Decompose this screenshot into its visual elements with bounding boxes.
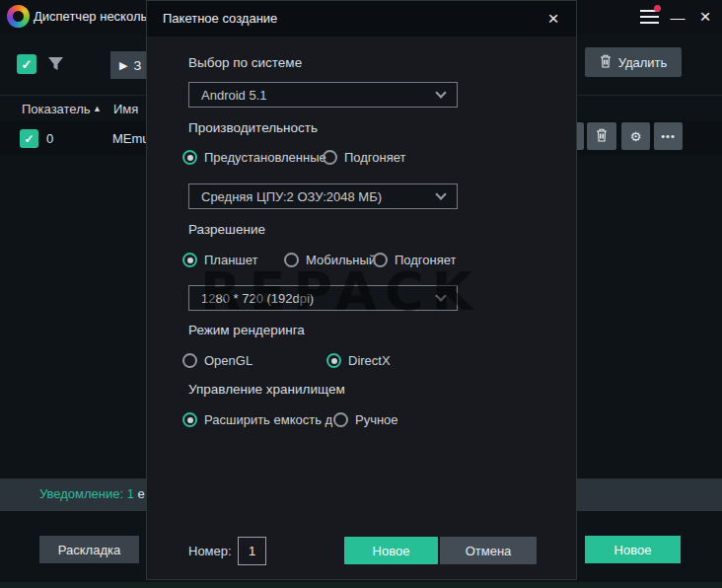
radio-mobile-label: Мобильный <box>306 253 376 267</box>
filter-icon[interactable] <box>47 55 64 76</box>
dialog-create-button[interactable]: Новое <box>344 537 438 564</box>
system-select[interactable]: Android 5.1 <box>188 82 458 108</box>
dialog-title: Пакетное создание <box>163 11 277 26</box>
window-title: Диспетчер нескольк <box>34 9 153 24</box>
number-label: Номер: <box>188 544 232 558</box>
chevron-down-icon <box>435 87 446 98</box>
radio-preset[interactable]: Предустановленные <box>182 150 326 165</box>
select-all-checkbox[interactable]: ✓ <box>17 54 36 74</box>
performance-preset-select[interactable]: Средняя ЦПУ:2 ОЗУ:2048 МБ) <box>188 184 458 209</box>
system-select-value: Android 5.1 <box>201 88 437 103</box>
render-mode-label: Режим рендеринга <box>188 323 305 337</box>
radio-opengl[interactable]: OpenGL <box>182 353 253 368</box>
storage-label: Управление хранилищем <box>188 382 345 397</box>
gear-icon: ⚙ <box>630 129 642 144</box>
dialog-cancel-button[interactable]: Отмена <box>440 537 537 564</box>
radio-custom-resolution[interactable]: Подгоняет <box>373 253 457 267</box>
play-icon: ▶ <box>119 59 127 72</box>
radio-custom-resolution-label: Подгоняет <box>395 253 457 267</box>
radio-custom-performance[interactable]: Подгоняет <box>323 150 406 165</box>
layout-button[interactable]: Раскладка <box>39 536 139 563</box>
radio-manual[interactable]: Ручное <box>333 412 398 427</box>
window-bottom-border <box>0 582 722 588</box>
radio-tablet[interactable]: Планшет <box>182 253 258 267</box>
performance-preset-value: Средняя ЦПУ:2 ОЗУ:2048 МБ) <box>201 189 437 204</box>
performance-label: Производительность <box>188 120 318 135</box>
radio-expand-capacity[interactable]: Расширить емкость д <box>182 412 337 427</box>
resolution-select-value: 1280 * 720 (192dpi) <box>201 291 437 306</box>
radio-manual-label: Ручное <box>355 412 398 427</box>
sort-asc-icon[interactable]: ▲ <box>93 104 102 113</box>
radio-preset-label: Предустановленные <box>204 150 326 165</box>
system-label: Выбор по системе <box>188 55 302 70</box>
radio-expand-capacity-label: Расширить емкость д <box>204 412 332 427</box>
row-settings-button[interactable]: ⚙ <box>621 122 650 150</box>
resolution-select[interactable]: 1280 * 720 (192dpi) <box>188 285 458 311</box>
column-header-name[interactable]: Имя <box>113 102 138 116</box>
row-index: 0 <box>46 131 53 146</box>
status-rest: е <box>138 486 145 501</box>
trash-icon <box>596 128 608 145</box>
dialog-header: Пакетное создание × <box>147 1 576 37</box>
app-window: Диспетчер нескольк — × ✓ ▶З Удалить Пока… <box>0 0 722 588</box>
radio-mobile[interactable]: Мобильный <box>284 253 376 267</box>
radio-custom-performance-label: Подгоняет <box>344 150 406 165</box>
start-button-label: З <box>133 58 141 73</box>
more-icon: ••• <box>661 130 676 142</box>
radio-unselected-icon <box>284 253 299 267</box>
hamburger-icon <box>640 10 659 24</box>
radio-unselected-icon <box>373 253 388 267</box>
radio-opengl-label: OpenGL <box>204 353 253 368</box>
new-instance-button[interactable]: Новое <box>585 536 681 563</box>
minimize-button[interactable]: — <box>665 4 690 30</box>
delete-button[interactable]: Удалить <box>585 47 682 77</box>
radio-selected-icon <box>182 412 197 427</box>
app-logo-icon <box>7 5 30 28</box>
row-delete-button[interactable] <box>587 122 616 150</box>
chevron-down-icon <box>435 290 446 301</box>
radio-unselected-icon <box>323 150 337 165</box>
dialog-close-button[interactable]: × <box>541 6 566 32</box>
window-close-button[interactable]: × <box>692 4 718 30</box>
resolution-label: Разрешение <box>188 222 265 237</box>
row-more-button[interactable]: ••• <box>654 122 683 150</box>
batch-create-dialog: Пакетное создание × Выбор по системе And… <box>146 0 577 580</box>
chevron-down-icon <box>435 188 446 199</box>
row-checkbox[interactable]: ✓ <box>20 129 38 148</box>
trash-icon <box>600 54 612 71</box>
column-header-index[interactable]: Показатель <box>22 102 91 116</box>
delete-button-label: Удалить <box>618 55 668 70</box>
status-highlight: Уведомление: 1 <box>39 486 138 501</box>
radio-directx-label: DirectX <box>348 353 391 368</box>
row-name: MEmu <box>112 131 150 146</box>
radio-selected-icon <box>182 150 197 165</box>
radio-tablet-label: Планшет <box>204 253 258 267</box>
radio-unselected-icon <box>182 353 197 368</box>
notification-dot <box>654 5 661 12</box>
radio-unselected-icon <box>333 412 348 427</box>
radio-selected-icon <box>182 253 197 267</box>
radio-selected-icon <box>326 353 341 368</box>
radio-directx[interactable]: DirectX <box>326 353 391 368</box>
number-input[interactable] <box>238 537 266 565</box>
